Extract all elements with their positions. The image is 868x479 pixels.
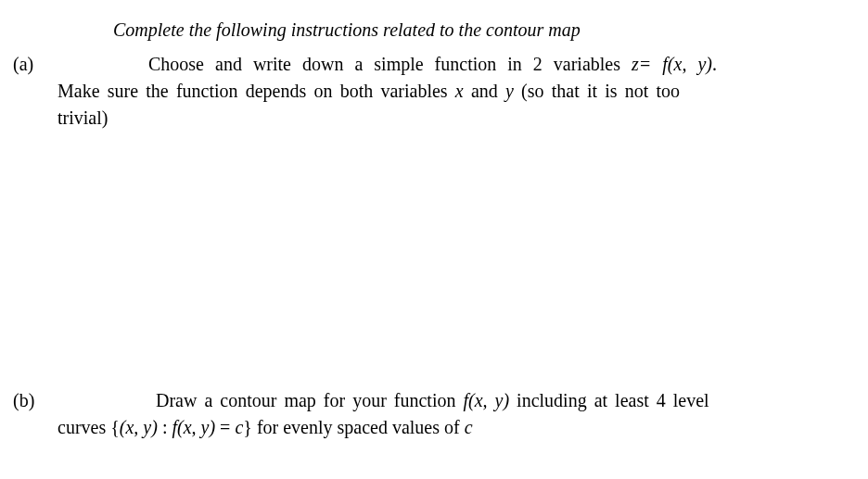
math-fxy-a: f(x, y)	[662, 54, 712, 74]
item-b-body: Draw a contour map for your function f(x…	[57, 387, 846, 441]
instruction-text: Complete the following instructions rela…	[113, 19, 581, 40]
math-fxy-b: f(x, y)	[463, 390, 509, 410]
b-line2-pre: curves	[57, 417, 110, 437]
math-x: x	[455, 81, 464, 101]
b-line1-pre: Draw a contour map for your function	[156, 390, 463, 410]
item-a-line3: trivial)	[57, 105, 846, 132]
a-line2-pre: Make sure the function depends on both v…	[57, 81, 455, 101]
math-eq: =	[639, 54, 652, 74]
problem-item-a: (a) Choose and write down a simple funct…	[13, 51, 846, 132]
math-c: c	[465, 417, 473, 437]
b-line1-post: including at least 4 level	[509, 390, 709, 410]
a-line1-pre: Choose and write down a simple function …	[148, 54, 632, 74]
math-z: z	[632, 54, 639, 74]
item-b-label: (b)	[13, 387, 57, 414]
math-y: y	[505, 81, 514, 101]
a-line1-post: .	[712, 54, 717, 74]
item-a-line1: Choose and write down a simple function …	[57, 51, 846, 78]
item-b-line1: Draw a contour map for your function f(x…	[57, 387, 846, 414]
item-a-line2: Make sure the function depends on both v…	[57, 78, 846, 105]
problem-item-b: (b) Draw a contour map for your function…	[13, 387, 846, 441]
a-line2-post: (so that it is not too	[514, 81, 680, 101]
a-line2-mid: and	[464, 81, 505, 101]
b-line2-mid: for evenly spaced values of	[252, 417, 465, 437]
header-instruction: Complete the following instructions rela…	[113, 17, 846, 44]
item-a-body: Choose and write down a simple function …	[57, 51, 846, 132]
item-b-line2: curves {(x, y) : f(x, y) = c} for evenly…	[57, 414, 846, 441]
math-setbuilder: {(x, y) : f(x, y) = c}	[110, 417, 252, 437]
a-line3-text: trivial)	[57, 107, 108, 128]
item-a-label: (a)	[13, 51, 57, 78]
